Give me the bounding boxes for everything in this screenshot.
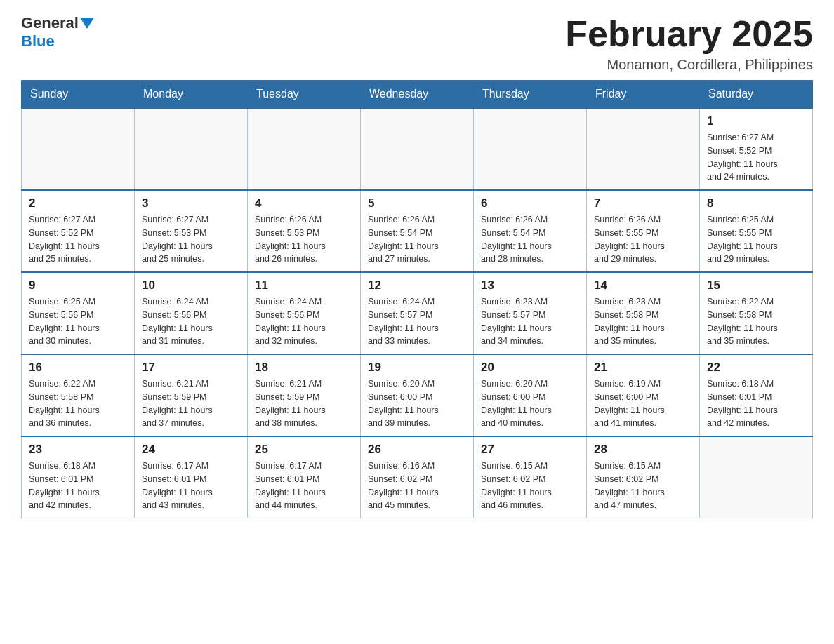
calendar-cell: 18Sunrise: 6:21 AMSunset: 5:59 PMDayligh… [248,354,361,436]
day-number: 13 [481,279,579,293]
day-number: 1 [707,114,805,128]
day-number: 17 [142,361,240,375]
day-number: 27 [481,443,579,457]
calendar-cell: 14Sunrise: 6:23 AMSunset: 5:58 PMDayligh… [587,272,700,354]
title-area: February 2025 Monamon, Cordillera, Phili… [565,14,813,73]
calendar-cell: 2Sunrise: 6:27 AMSunset: 5:52 PMDaylight… [22,190,135,272]
week-row-2: 2Sunrise: 6:27 AMSunset: 5:52 PMDaylight… [22,190,813,272]
calendar-cell: 11Sunrise: 6:24 AMSunset: 5:56 PMDayligh… [248,272,361,354]
day-info: Sunrise: 6:21 AMSunset: 5:59 PMDaylight:… [255,377,353,430]
calendar-cell: 5Sunrise: 6:26 AMSunset: 5:54 PMDaylight… [361,190,474,272]
calendar-cell: 9Sunrise: 6:25 AMSunset: 5:56 PMDaylight… [22,272,135,354]
day-number: 22 [707,361,805,375]
day-info: Sunrise: 6:23 AMSunset: 5:57 PMDaylight:… [481,295,579,348]
day-number: 4 [255,196,353,210]
day-info: Sunrise: 6:16 AMSunset: 6:02 PMDaylight:… [368,459,466,512]
calendar-cell: 10Sunrise: 6:24 AMSunset: 5:56 PMDayligh… [135,272,248,354]
calendar-cell [135,108,248,190]
day-info: Sunrise: 6:26 AMSunset: 5:55 PMDaylight:… [594,213,692,266]
header-wednesday: Wednesday [361,81,474,109]
header-friday: Friday [587,81,700,109]
calendar-cell: 3Sunrise: 6:27 AMSunset: 5:53 PMDaylight… [135,190,248,272]
header-saturday: Saturday [700,81,813,109]
day-number: 5 [368,196,466,210]
logo: General Blue [21,14,94,51]
calendar-cell [248,108,361,190]
day-info: Sunrise: 6:18 AMSunset: 6:01 PMDaylight:… [707,377,805,430]
day-info: Sunrise: 6:26 AMSunset: 5:53 PMDaylight:… [255,213,353,266]
day-info: Sunrise: 6:27 AMSunset: 5:52 PMDaylight:… [707,131,805,184]
calendar-cell: 13Sunrise: 6:23 AMSunset: 5:57 PMDayligh… [474,272,587,354]
day-info: Sunrise: 6:22 AMSunset: 5:58 PMDaylight:… [29,377,127,430]
day-info: Sunrise: 6:15 AMSunset: 6:02 PMDaylight:… [481,459,579,512]
week-row-3: 9Sunrise: 6:25 AMSunset: 5:56 PMDaylight… [22,272,813,354]
day-info: Sunrise: 6:24 AMSunset: 5:56 PMDaylight:… [255,295,353,348]
day-number: 6 [481,196,579,210]
day-info: Sunrise: 6:27 AMSunset: 5:53 PMDaylight:… [142,213,240,266]
page-header: General Blue February 2025 Monamon, Cord… [21,14,813,73]
day-info: Sunrise: 6:22 AMSunset: 5:58 PMDaylight:… [707,295,805,348]
week-row-4: 16Sunrise: 6:22 AMSunset: 5:58 PMDayligh… [22,354,813,436]
logo-general-text: General [21,14,79,32]
header-tuesday: Tuesday [248,81,361,109]
day-number: 2 [29,196,127,210]
day-number: 20 [481,361,579,375]
calendar-cell [587,108,700,190]
logo-triangle-icon [80,18,94,29]
calendar-cell: 28Sunrise: 6:15 AMSunset: 6:02 PMDayligh… [587,436,700,518]
weekday-header-row: Sunday Monday Tuesday Wednesday Thursday… [22,81,813,109]
calendar-cell [700,436,813,518]
day-number: 10 [142,279,240,293]
day-number: 28 [594,443,692,457]
day-number: 19 [368,361,466,375]
day-number: 3 [142,196,240,210]
day-number: 7 [594,196,692,210]
day-number: 11 [255,279,353,293]
calendar-cell: 16Sunrise: 6:22 AMSunset: 5:58 PMDayligh… [22,354,135,436]
calendar-cell [22,108,135,190]
day-info: Sunrise: 6:26 AMSunset: 5:54 PMDaylight:… [368,213,466,266]
calendar-cell: 22Sunrise: 6:18 AMSunset: 6:01 PMDayligh… [700,354,813,436]
calendar-cell: 12Sunrise: 6:24 AMSunset: 5:57 PMDayligh… [361,272,474,354]
calendar-cell: 6Sunrise: 6:26 AMSunset: 5:54 PMDaylight… [474,190,587,272]
header-sunday: Sunday [22,81,135,109]
calendar-cell [361,108,474,190]
day-info: Sunrise: 6:25 AMSunset: 5:55 PMDaylight:… [707,213,805,266]
calendar-cell [474,108,587,190]
day-number: 15 [707,279,805,293]
month-title: February 2025 [565,14,813,54]
header-monday: Monday [135,81,248,109]
day-number: 23 [29,443,127,457]
day-info: Sunrise: 6:20 AMSunset: 6:00 PMDaylight:… [368,377,466,430]
day-number: 21 [594,361,692,375]
day-number: 26 [368,443,466,457]
day-info: Sunrise: 6:15 AMSunset: 6:02 PMDaylight:… [594,459,692,512]
day-number: 8 [707,196,805,210]
day-info: Sunrise: 6:17 AMSunset: 6:01 PMDaylight:… [255,459,353,512]
calendar-cell: 26Sunrise: 6:16 AMSunset: 6:02 PMDayligh… [361,436,474,518]
day-info: Sunrise: 6:17 AMSunset: 6:01 PMDaylight:… [142,459,240,512]
day-info: Sunrise: 6:25 AMSunset: 5:56 PMDaylight:… [29,295,127,348]
day-info: Sunrise: 6:27 AMSunset: 5:52 PMDaylight:… [29,213,127,266]
week-row-5: 23Sunrise: 6:18 AMSunset: 6:01 PMDayligh… [22,436,813,518]
day-info: Sunrise: 6:26 AMSunset: 5:54 PMDaylight:… [481,213,579,266]
calendar-cell: 19Sunrise: 6:20 AMSunset: 6:00 PMDayligh… [361,354,474,436]
day-info: Sunrise: 6:20 AMSunset: 6:00 PMDaylight:… [481,377,579,430]
day-number: 14 [594,279,692,293]
header-thursday: Thursday [474,81,587,109]
calendar-cell: 4Sunrise: 6:26 AMSunset: 5:53 PMDaylight… [248,190,361,272]
day-info: Sunrise: 6:24 AMSunset: 5:56 PMDaylight:… [142,295,240,348]
calendar-cell: 27Sunrise: 6:15 AMSunset: 6:02 PMDayligh… [474,436,587,518]
svg-marker-0 [80,18,94,29]
day-info: Sunrise: 6:23 AMSunset: 5:58 PMDaylight:… [594,295,692,348]
calendar-table: Sunday Monday Tuesday Wednesday Thursday… [21,80,813,518]
calendar-cell: 8Sunrise: 6:25 AMSunset: 5:55 PMDaylight… [700,190,813,272]
calendar-cell: 7Sunrise: 6:26 AMSunset: 5:55 PMDaylight… [587,190,700,272]
calendar-cell: 24Sunrise: 6:17 AMSunset: 6:01 PMDayligh… [135,436,248,518]
day-info: Sunrise: 6:19 AMSunset: 6:00 PMDaylight:… [594,377,692,430]
day-number: 24 [142,443,240,457]
day-number: 9 [29,279,127,293]
location-subtitle: Monamon, Cordillera, Philippines [565,57,813,73]
calendar-cell: 21Sunrise: 6:19 AMSunset: 6:00 PMDayligh… [587,354,700,436]
calendar-cell: 25Sunrise: 6:17 AMSunset: 6:01 PMDayligh… [248,436,361,518]
